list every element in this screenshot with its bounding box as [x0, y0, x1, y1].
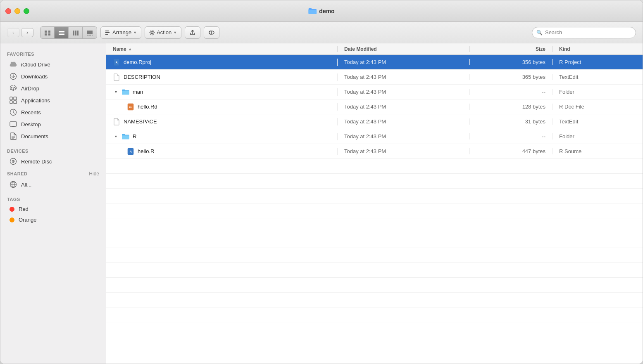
file-kind-cell: Folder: [553, 133, 643, 139]
search-box[interactable]: 🔍: [532, 27, 636, 38]
rproj-file-icon: R: [113, 59, 120, 66]
desktop-icon: [10, 121, 17, 128]
forward-icon: ›: [26, 30, 28, 35]
file-date-cell: Today at 2:43 PM: [338, 148, 470, 154]
sidebar-item-label: Downloads: [21, 73, 48, 80]
tags-section-title: Tags: [0, 194, 106, 203]
share-button[interactable]: [185, 26, 200, 39]
downloads-icon: [10, 73, 17, 80]
sidebar-item-tag-red[interactable]: Red: [3, 204, 103, 214]
column-view-button[interactable]: [69, 27, 83, 39]
table-row[interactable]: ▾ man Today at 2:43 PM --: [106, 85, 643, 99]
file-size-cell: 128 bytes: [470, 104, 553, 110]
svg-rect-16: [105, 32, 110, 33]
file-kind-cell: TextEdit: [553, 74, 643, 80]
file-name-label: demo.Rproj: [124, 59, 151, 65]
shared-section-header: Shared Hide: [0, 168, 106, 178]
nav-buttons: ‹ ›: [7, 28, 33, 37]
list-view-button[interactable]: [55, 27, 69, 39]
text-file-icon: [113, 73, 120, 81]
sidebar-item-downloads[interactable]: Downloads: [3, 71, 103, 82]
minimize-button[interactable]: [14, 8, 20, 14]
file-kind-label: R Doc File: [559, 104, 584, 110]
sidebar-item-tag-orange[interactable]: Orange: [3, 215, 103, 225]
documents-icon: [10, 132, 17, 140]
sidebar-item-airdrop[interactable]: AirDrop: [3, 83, 103, 94]
sidebar-item-documents[interactable]: Documents: [3, 130, 103, 142]
action-chevron-icon: ▼: [173, 31, 177, 35]
arrange-button[interactable]: Arrange ▼: [100, 26, 141, 39]
gallery-view-icon: [86, 30, 93, 36]
sidebar-item-all-shared[interactable]: All...: [3, 179, 103, 190]
file-name-cell: ▾ R: [106, 133, 338, 140]
svg-rect-7: [73, 31, 74, 35]
search-input[interactable]: [545, 29, 631, 35]
svg-text:Rd: Rd: [129, 106, 132, 109]
file-size-label: 128 bytes: [522, 104, 545, 110]
arrange-chevron-icon: ▼: [133, 31, 137, 35]
svg-rect-24: [10, 101, 12, 104]
arrange-icon: [105, 30, 111, 35]
file-size-label: 356 bytes: [522, 59, 545, 65]
svg-rect-15: [105, 31, 109, 31]
table-row[interactable]: NAMESPACE Today at 2:43 PM 31 bytes Text…: [106, 114, 643, 129]
action-button[interactable]: Action ▼: [145, 26, 181, 39]
gallery-view-button[interactable]: [83, 27, 97, 39]
icon-view-icon: [44, 30, 51, 36]
file-name-cell: DESCRIPTION: [106, 73, 338, 81]
sidebar-item-label: All...: [21, 182, 31, 188]
disclosure-triangle[interactable]: ▾: [113, 89, 119, 95]
col-kind-header[interactable]: Kind: [553, 46, 643, 52]
applications-icon: [10, 97, 17, 104]
svg-rect-1: [48, 31, 50, 33]
sidebar-item-label: Recents: [21, 109, 41, 116]
forward-button[interactable]: ›: [21, 28, 33, 37]
table-row[interactable]: ▾ R Today at 2:43 PM --: [106, 129, 643, 144]
tag-button[interactable]: [204, 26, 219, 39]
col-size-header[interactable]: Size: [470, 46, 553, 52]
disc-icon: [10, 158, 17, 165]
file-name-label: hello.R: [138, 148, 154, 154]
svg-rect-11: [87, 35, 88, 35]
file-size-label: 447 bytes: [522, 148, 545, 154]
svg-text:R: R: [115, 61, 117, 64]
back-icon: ‹: [12, 30, 14, 35]
file-date-cell: Today at 2:43 PM: [338, 118, 470, 125]
file-size-cell: --: [470, 133, 553, 139]
sidebar-item-label: Documents: [21, 133, 48, 139]
file-name-cell: R hello.R: [106, 148, 338, 155]
file-date-label: Today at 2:43 PM: [344, 59, 386, 65]
svg-point-18: [151, 31, 153, 33]
back-button[interactable]: ‹: [7, 28, 19, 37]
sidebar-item-applications[interactable]: Applications: [3, 95, 103, 106]
svg-point-34: [13, 161, 14, 162]
table-row[interactable]: R hello.R Today at 2:43 PM 447 bytes R S…: [106, 144, 643, 159]
table-row[interactable]: Rd hello.Rd Today at 2:43 PM 128 bytes R…: [106, 99, 643, 114]
table-row[interactable]: R demo.Rproj Today at 2:43 PM 356 bytes …: [106, 55, 643, 70]
svg-rect-6: [59, 34, 64, 35]
sidebar-item-icloud-drive[interactable]: iCloud Drive: [3, 59, 103, 70]
file-date-cell: Today at 2:43 PM: [338, 59, 470, 65]
col-name-header[interactable]: Name ▲: [106, 46, 338, 52]
svg-rect-10: [87, 31, 93, 34]
file-rows: R demo.Rproj Today at 2:43 PM 356 bytes …: [106, 55, 643, 364]
sidebar-item-remote-disc[interactable]: Remote Disc: [3, 156, 103, 167]
svg-rect-2: [45, 33, 47, 35]
sidebar-item-desktop[interactable]: Desktop: [3, 118, 103, 130]
file-kind-cell: Folder: [553, 89, 643, 95]
table-row[interactable]: DESCRIPTION Today at 2:43 PM 365 bytes T…: [106, 70, 643, 85]
disclosure-triangle[interactable]: ▾: [113, 134, 119, 139]
close-button[interactable]: [5, 8, 11, 14]
file-kind-cell: R Source: [553, 148, 643, 154]
maximize-button[interactable]: [24, 8, 29, 14]
file-name-label: R: [133, 133, 136, 139]
cloud-icon: [10, 61, 17, 68]
sidebar-item-recents[interactable]: Recents: [3, 106, 103, 118]
svg-rect-25: [14, 97, 17, 100]
svg-rect-9: [77, 31, 79, 35]
file-date-label: Today at 2:43 PM: [344, 74, 386, 80]
icon-view-button[interactable]: [40, 27, 55, 39]
hide-shared-button[interactable]: Hide: [89, 171, 99, 177]
file-kind-label: R Project: [559, 59, 581, 65]
col-date-header[interactable]: Date Modified: [338, 46, 470, 52]
